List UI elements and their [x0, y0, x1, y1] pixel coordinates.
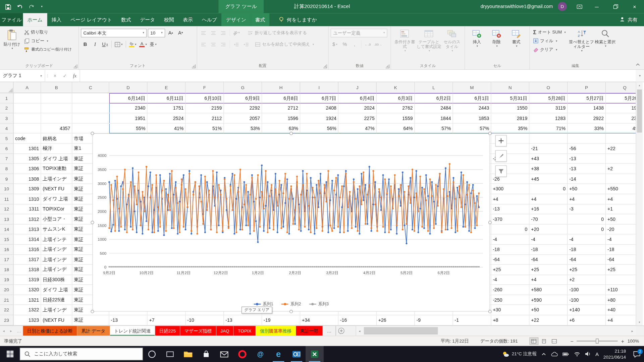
cell-P3[interactable]: 2922 [568, 113, 606, 123]
tab-ホーム[interactable]: ホーム [23, 13, 47, 26]
notification-center-button[interactable]: 2 [633, 351, 641, 358]
cortana-button[interactable] [143, 346, 161, 362]
cell-G3[interactable]: 2057 [224, 113, 262, 123]
cell-P21[interactable]: -100 [568, 295, 606, 305]
row-header-21[interactable]: 21 [0, 295, 13, 305]
tab-数式[interactable]: 数式 [117, 13, 136, 26]
shrink-font-button[interactable]: A▾ [176, 28, 185, 37]
underline-button[interactable]: U▾ [101, 40, 109, 49]
sheet-tab-日別と株価による診断[interactable]: 日別と株価による診断 [23, 326, 77, 336]
dialog-launcher-alignment[interactable] [323, 64, 327, 68]
onedrive-cloud-icon[interactable] [551, 351, 558, 357]
enter-icon[interactable]: ✓ [60, 70, 70, 82]
cell-Q22[interactable]: +40 [606, 305, 636, 315]
cell-P8[interactable]: -13 [568, 164, 606, 174]
cell-O18[interactable]: +25 [529, 265, 568, 275]
cell-A20[interactable]: 1320 [13, 285, 41, 295]
cell-A9[interactable]: 1308 [13, 174, 41, 184]
restore-button[interactable] [606, 0, 625, 13]
cell-G23[interactable]: -13 [224, 315, 262, 325]
font-family-select[interactable]: Calibri 本文▾ [81, 28, 147, 37]
cell-Q7[interactable] [606, 154, 636, 164]
cell-O19[interactable]: +4 [529, 275, 568, 285]
row-header-4[interactable]: 4 [0, 123, 13, 133]
scroll-up-icon[interactable]: ▴ [636, 82, 643, 89]
cell-A12[interactable]: 1311 [13, 204, 41, 214]
taskbar-search-input[interactable]: ここに入力して検索 [20, 348, 143, 360]
cell-O16[interactable]: -18 [529, 245, 568, 255]
cell-F4[interactable]: 51% [185, 123, 224, 133]
cell-P7[interactable]: -13 [568, 154, 606, 164]
cell-Q6[interactable]: +22 [606, 144, 636, 154]
start-button[interactable] [0, 346, 20, 362]
chart-elements-button[interactable] [495, 135, 507, 146]
cell-Q5[interactable] [606, 133, 636, 143]
cut-button[interactable]: 切り取り [22, 28, 73, 37]
cell-K4[interactable]: 64% [377, 123, 415, 133]
cell-K2[interactable]: 2762 [377, 103, 415, 113]
zoom-slider[interactable] [577, 341, 618, 341]
cell-O12[interactable]: +16 [529, 204, 568, 214]
hscroll-left-icon[interactable]: ◂ [356, 326, 363, 336]
vertical-scroll-thumb[interactable] [637, 89, 642, 133]
autosum-button[interactable]: Σオート SUM▾ [532, 28, 567, 37]
cell-Q14[interactable]: -20 [606, 224, 636, 234]
column-header-M[interactable]: M [453, 82, 491, 93]
close-button[interactable]: × [625, 0, 644, 13]
cell-B23[interactable]: (NEXT FU [41, 315, 72, 325]
cell-H4[interactable]: 63% [262, 123, 300, 133]
hidden-icons-chevron-icon[interactable] [541, 352, 546, 356]
cell-F2[interactable]: 2159 [185, 103, 224, 113]
column-header-Q[interactable]: Q [606, 82, 636, 93]
tab-file[interactable]: ファイル [0, 13, 23, 26]
cell-B22[interactable]: 上場インデ [41, 305, 72, 315]
dialog-launcher-clipboard[interactable] [73, 64, 77, 68]
format-cells-button[interactable]: 書式▾ [506, 28, 526, 48]
cell-O14[interactable]: +20 [529, 224, 568, 234]
cell-O6[interactable]: -21 [529, 144, 568, 154]
row-header-11[interactable]: 11 [0, 194, 13, 204]
tab-データ[interactable]: データ [136, 13, 160, 26]
row-header-7[interactable]: 7 [0, 154, 13, 164]
cell-O3[interactable]: 1283 [529, 113, 568, 123]
task-view-button[interactable] [161, 346, 179, 362]
cell-O9[interactable]: +45 [529, 174, 568, 184]
cell-A5[interactable]: code [13, 133, 41, 143]
row-header-2[interactable]: 2 [0, 103, 13, 113]
cell-A4[interactable] [13, 123, 41, 133]
number-format-select[interactable]: ユーザー定義▾ [331, 28, 387, 37]
cell-Q23[interactable]: +4 [606, 315, 636, 325]
save-icon[interactable] [5, 3, 11, 9]
tab-ヘルプ[interactable]: ヘルプ [197, 13, 221, 26]
cell-K23[interactable]: +26 [377, 315, 415, 325]
cell-A17[interactable]: 1317 [13, 255, 41, 265]
cell-M4[interactable]: 57% [453, 123, 491, 133]
redo-icon[interactable] [28, 4, 35, 9]
sheet-overflow-indicator[interactable]: … [15, 326, 23, 336]
align-top-button[interactable] [199, 28, 208, 37]
row-header-8[interactable]: 8 [0, 164, 13, 174]
orientation-button[interactable]: ab▾ [232, 28, 241, 37]
cell-H1[interactable]: 6月8日 [262, 93, 300, 103]
cell-Q16[interactable]: -18 [606, 245, 636, 255]
cell-C2[interactable] [72, 103, 109, 113]
cell-Q10[interactable]: +550 [606, 184, 636, 194]
row-header-5[interactable]: 5 [0, 133, 13, 143]
cell-G4[interactable]: 53% [224, 123, 262, 133]
cell-D23[interactable]: -13 [109, 315, 148, 325]
cell-N17[interactable]: -64 [491, 255, 529, 265]
cell-N3[interactable]: 2819 [491, 113, 529, 123]
cell-N16[interactable]: -18 [491, 245, 529, 255]
cell-A7[interactable]: 1305 [13, 154, 41, 164]
cell-I3[interactable]: 1924 [300, 113, 338, 123]
cell-Q8[interactable]: +2 [606, 164, 636, 174]
cell-N10[interactable]: +300 [491, 184, 529, 194]
cell-M23[interactable]: -1 [453, 315, 491, 325]
cell-I1[interactable]: 6月7日 [300, 93, 338, 103]
cell-N4[interactable]: 35% [491, 123, 529, 133]
column-header-N[interactable]: N [491, 82, 529, 93]
cell-B7[interactable]: ダイワ 上場 [41, 154, 72, 164]
cell-B12[interactable]: TOPIXCor [41, 204, 72, 214]
cell-M2[interactable]: 2443 [453, 103, 491, 113]
cell-O13[interactable]: -70 [529, 214, 568, 224]
